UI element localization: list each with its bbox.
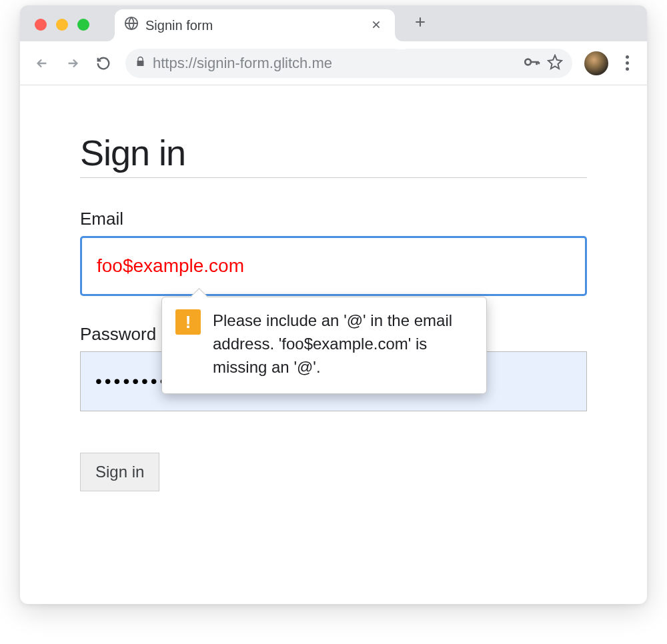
email-label: Email	[80, 209, 587, 229]
key-icon[interactable]	[523, 53, 540, 73]
new-tab-button[interactable]	[411, 12, 430, 33]
window-minimize-button[interactable]	[56, 19, 68, 31]
email-field-group: Email ! Please include an '@' in the ema…	[80, 209, 587, 296]
globe-icon	[124, 16, 139, 35]
reload-button[interactable]	[89, 49, 117, 77]
forward-button[interactable]	[59, 49, 87, 77]
warning-icon: !	[175, 309, 201, 335]
signin-button[interactable]: Sign in	[80, 453, 159, 491]
address-bar[interactable]: https://signin-form.glitch.me	[125, 49, 572, 78]
close-icon[interactable]	[367, 17, 386, 35]
page-content: Sign in Email ! Please include an '@' in…	[20, 85, 647, 538]
back-button[interactable]	[28, 49, 56, 77]
browser-toolbar: https://signin-form.glitch.me	[20, 41, 647, 85]
url-text: https://signin-form.glitch.me	[153, 55, 516, 72]
tab-strip: Signin form	[20, 5, 647, 41]
lock-icon	[135, 56, 146, 70]
kebab-menu-icon[interactable]	[615, 50, 639, 76]
browser-tab[interactable]: Signin form	[115, 9, 395, 41]
page-title: Sign in	[80, 132, 587, 178]
browser-window: Signin form https://si	[20, 5, 647, 604]
email-field[interactable]	[80, 236, 587, 296]
svg-point-1	[525, 59, 531, 65]
window-controls	[35, 19, 89, 31]
window-close-button[interactable]	[35, 19, 47, 31]
star-icon[interactable]	[547, 54, 563, 73]
validation-tooltip: ! Please include an '@' in the email add…	[161, 297, 487, 394]
window-maximize-button[interactable]	[77, 19, 89, 31]
tab-title: Signin form	[145, 18, 367, 33]
validation-message: Please include an '@' in the email addre…	[213, 309, 473, 379]
avatar[interactable]	[584, 51, 608, 75]
